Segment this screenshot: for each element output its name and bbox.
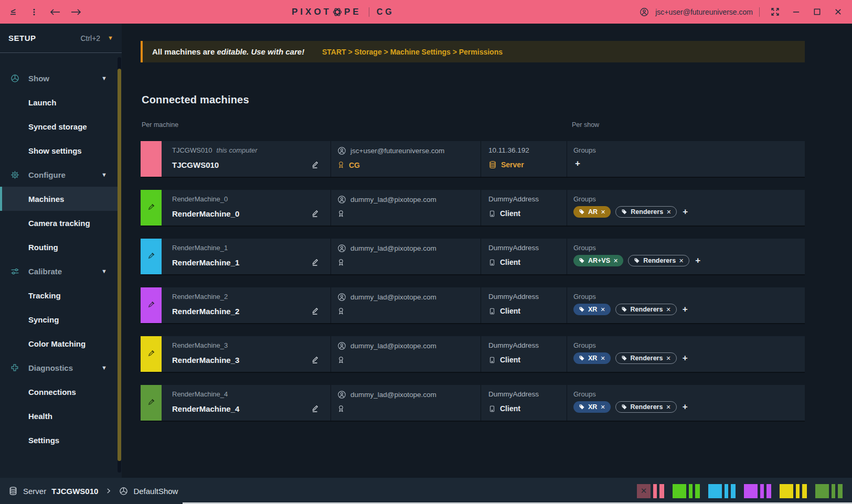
remove-tag-icon[interactable]: ✕	[600, 306, 605, 313]
edit-machine-name-button[interactable]	[311, 209, 319, 219]
collapse-sidebar-icon[interactable]	[6, 5, 20, 19]
group-tag-xr[interactable]: XR ✕	[573, 304, 611, 315]
machine-user-email: jsc+user@futureuniverse.com	[350, 147, 444, 155]
sidebar-item-routing[interactable]: Routing	[0, 235, 118, 259]
group-tag-label: Renderers	[631, 355, 663, 362]
machine-address-column: DummyAddressClient	[481, 287, 567, 323]
machine-color-swatch[interactable]	[141, 287, 162, 323]
warning-message: All machines are editable. Use with care…	[152, 47, 304, 56]
edit-machine-name-button[interactable]	[311, 355, 319, 366]
machine-indicator-3[interactable]	[744, 484, 771, 498]
client-icon	[488, 210, 496, 218]
remove-tag-icon[interactable]: ✕	[666, 306, 670, 313]
machine-name-column: RenderMachine_1RenderMachine_1	[162, 239, 331, 274]
machine-name: RenderMachine_1	[172, 258, 239, 267]
machine-address: DummyAddress	[488, 341, 539, 349]
sidebar-group-show[interactable]: Show▼	[0, 66, 118, 90]
machine-indicator-1[interactable]	[673, 484, 700, 498]
edit-machine-name-button[interactable]	[311, 306, 319, 317]
machine-indicator-bar	[832, 484, 835, 498]
group-tag-xr[interactable]: XR ✕	[573, 401, 611, 413]
group-tag-renderers[interactable]: Renderers ✕	[628, 255, 689, 266]
group-tag-renderers[interactable]: Renderers ✕	[615, 206, 677, 218]
add-group-button[interactable]: +	[681, 207, 689, 217]
remove-tag-icon[interactable]: ✕	[600, 355, 605, 362]
sidebar-item-camera-tracking[interactable]: Camera tracking	[0, 211, 118, 235]
forward-arrow-icon[interactable]	[69, 5, 83, 19]
award-icon	[337, 258, 345, 267]
product-name: CG	[377, 7, 395, 17]
machine-indicator-5[interactable]	[815, 484, 843, 498]
chevron-down-icon: ▼	[101, 76, 107, 81]
machine-name: RenderMachine_2	[172, 307, 239, 316]
remove-tag-icon[interactable]: ✕	[666, 355, 670, 362]
sidebar-item-label: Configure	[28, 170, 66, 179]
add-group-button[interactable]: +	[574, 158, 581, 169]
group-tag-xr[interactable]: XR ✕	[573, 352, 611, 364]
kebab-menu-icon[interactable]	[27, 5, 41, 19]
sidebar-group-diagnostics[interactable]: Diagnostics▼	[0, 356, 118, 380]
server-name[interactable]: TJCGWS010	[51, 487, 98, 496]
group-tag-label: XR	[588, 355, 597, 362]
show-name[interactable]: DefaultShow	[133, 487, 178, 496]
person-circle-icon	[337, 390, 346, 399]
sidebar-item-synced-storage[interactable]: Synced storage	[0, 114, 118, 138]
sidebar: SETUP Ctrl+2 ▼ Show▼LaunchSynced storage…	[0, 24, 122, 478]
add-group-button[interactable]: +	[681, 402, 689, 412]
group-tag-ar-vs[interactable]: AR+VS ✕	[573, 255, 623, 266]
scrollbar-thumb[interactable]	[118, 69, 121, 461]
add-group-button[interactable]: +	[694, 255, 701, 266]
remove-tag-icon[interactable]: ✕	[613, 258, 618, 264]
group-tag-renderers[interactable]: Renderers ✕	[615, 304, 677, 315]
sidebar-item-settings[interactable]: Settings	[0, 428, 118, 452]
sidebar-item-connections[interactable]: Connections	[0, 380, 118, 404]
mode-selector[interactable]: SETUP Ctrl+2 ▼	[0, 24, 122, 53]
remove-tag-icon[interactable]: ✕	[679, 258, 684, 264]
main-content: All machines are editable. Use with care…	[122, 24, 852, 478]
machine-color-swatch[interactable]	[141, 385, 162, 421]
group-tag-renderers[interactable]: Renderers ✕	[615, 352, 677, 364]
machine-connection-type: Client	[500, 258, 520, 266]
edit-machine-name-button[interactable]	[311, 258, 319, 268]
machine-color-swatch[interactable]	[141, 336, 162, 372]
sidebar-item-health[interactable]: Health	[0, 404, 118, 428]
person-circle-icon	[337, 146, 346, 155]
sidebar-item-tracking[interactable]: Tracking	[0, 283, 118, 307]
machine-user-column: dummy_lad@pixotope.com	[331, 239, 481, 274]
machine-user-email: dummy_lad@pixotope.com	[350, 342, 436, 350]
machine-user-email: dummy_lad@pixotope.com	[350, 391, 436, 399]
sidebar-nav: Show▼LaunchSynced storageShow settingsCo…	[0, 66, 118, 452]
add-group-button[interactable]: +	[681, 304, 689, 315]
sidebar-scrollbar[interactable]	[118, 57, 121, 473]
user-account-icon[interactable]	[640, 7, 649, 17]
remove-tag-icon[interactable]: ✕	[601, 209, 605, 216]
machine-color-swatch[interactable]	[141, 190, 162, 226]
edit-machine-name-button[interactable]	[311, 160, 319, 170]
minimize-button[interactable]	[789, 5, 803, 19]
remove-tag-icon[interactable]: ✕	[600, 404, 605, 411]
machine-indicator-2[interactable]	[708, 484, 736, 498]
machine-color-swatch[interactable]	[141, 141, 162, 177]
group-tag-renderers[interactable]: Renderers ✕	[615, 401, 677, 413]
close-button[interactable]	[831, 5, 845, 19]
remove-tag-icon[interactable]: ✕	[666, 209, 671, 216]
add-group-button[interactable]: +	[681, 353, 689, 363]
sidebar-item-machines[interactable]: Machines	[0, 187, 118, 211]
sidebar-group-calibrate[interactable]: Calibrate▼	[0, 259, 118, 283]
breadcrumb[interactable]: START > Storage > Machine Settings > Per…	[322, 48, 503, 56]
fullscreen-icon[interactable]	[768, 5, 782, 19]
machine-indicator-4[interactable]	[780, 484, 807, 498]
machine-indicator-0[interactable]: ✕	[637, 484, 664, 498]
sidebar-item-launch[interactable]: Launch	[0, 90, 118, 114]
remove-tag-icon[interactable]: ✕	[666, 404, 670, 411]
machine-color-swatch[interactable]	[141, 239, 162, 274]
sidebar-item-color-matching[interactable]: Color Matching	[0, 331, 118, 356]
back-arrow-icon[interactable]	[48, 5, 62, 19]
sidebar-item-show-settings[interactable]: Show settings	[0, 138, 118, 163]
edit-machine-name-button[interactable]	[311, 404, 319, 414]
sidebar-group-configure[interactable]: Configure▼	[0, 163, 118, 187]
eyedropper-icon	[147, 203, 155, 212]
maximize-button[interactable]	[810, 5, 824, 19]
sidebar-item-syncing[interactable]: Syncing	[0, 307, 118, 331]
group-tag-ar[interactable]: AR ✕	[573, 206, 611, 218]
